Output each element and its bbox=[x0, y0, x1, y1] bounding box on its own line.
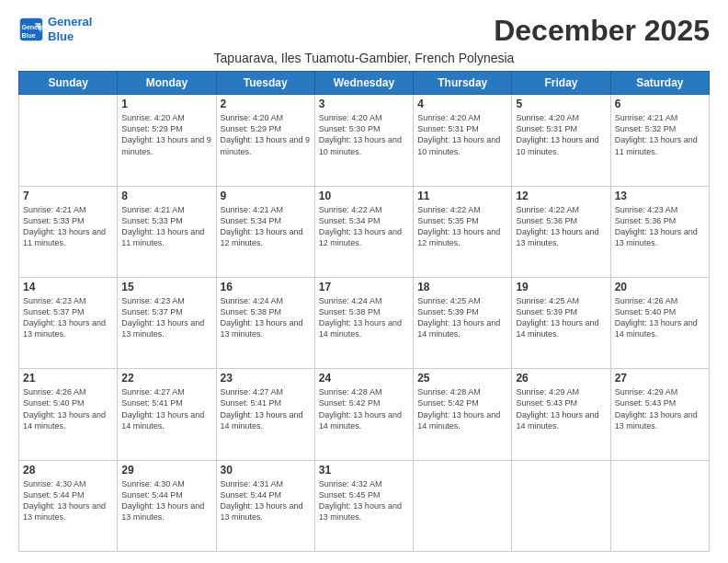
day-number: 16 bbox=[221, 281, 311, 293]
calendar-cell bbox=[414, 460, 512, 551]
day-number: 11 bbox=[417, 190, 507, 202]
calendar-table: SundayMondayTuesdayWednesdayThursdayFrid… bbox=[18, 71, 710, 552]
cell-info: Sunrise: 4:21 AMSunset: 5:33 PMDaylight:… bbox=[121, 204, 211, 249]
day-number: 7 bbox=[23, 190, 113, 202]
cell-info: Sunrise: 4:27 AMSunset: 5:41 PMDaylight:… bbox=[221, 386, 311, 431]
day-number: 3 bbox=[319, 98, 409, 110]
main-title: December 2025 bbox=[494, 15, 710, 47]
cell-info: Sunrise: 4:30 AMSunset: 5:44 PMDaylight:… bbox=[121, 478, 211, 523]
cell-info: Sunrise: 4:30 AMSunset: 5:44 PMDaylight:… bbox=[23, 478, 113, 523]
calendar-cell: 27Sunrise: 4:29 AMSunset: 5:43 PMDayligh… bbox=[610, 369, 709, 460]
calendar-cell: 18Sunrise: 4:25 AMSunset: 5:39 PMDayligh… bbox=[414, 277, 512, 368]
day-number: 15 bbox=[121, 281, 211, 293]
day-number: 23 bbox=[221, 372, 311, 385]
day-number: 1 bbox=[121, 98, 211, 110]
logo: General Blue General Blue bbox=[18, 15, 92, 43]
calendar-cell: 1Sunrise: 4:20 AMSunset: 5:29 PMDaylight… bbox=[118, 95, 216, 186]
day-number: 4 bbox=[417, 98, 507, 110]
cell-info: Sunrise: 4:31 AMSunset: 5:44 PMDaylight:… bbox=[221, 478, 311, 523]
day-number: 19 bbox=[516, 281, 606, 293]
calendar-cell: 16Sunrise: 4:24 AMSunset: 5:38 PMDayligh… bbox=[216, 277, 314, 368]
calendar-cell: 7Sunrise: 4:21 AMSunset: 5:33 PMDaylight… bbox=[19, 186, 118, 277]
cell-info: Sunrise: 4:28 AMSunset: 5:42 PMDaylight:… bbox=[319, 386, 409, 431]
cell-info: Sunrise: 4:32 AMSunset: 5:45 PMDaylight:… bbox=[319, 478, 409, 523]
cell-info: Sunrise: 4:27 AMSunset: 5:41 PMDaylight:… bbox=[121, 386, 211, 431]
day-header-friday: Friday bbox=[512, 72, 610, 95]
day-number: 13 bbox=[615, 190, 705, 202]
day-number: 22 bbox=[121, 372, 211, 385]
cell-info: Sunrise: 4:25 AMSunset: 5:39 PMDaylight:… bbox=[417, 295, 507, 340]
calendar-cell: 17Sunrise: 4:24 AMSunset: 5:38 PMDayligh… bbox=[314, 277, 413, 368]
calendar-cell: 2Sunrise: 4:20 AMSunset: 5:29 PMDaylight… bbox=[216, 95, 314, 186]
day-number: 6 bbox=[615, 98, 705, 110]
calendar-cell: 25Sunrise: 4:28 AMSunset: 5:42 PMDayligh… bbox=[414, 369, 512, 460]
cell-info: Sunrise: 4:22 AMSunset: 5:36 PMDaylight:… bbox=[516, 204, 606, 249]
calendar-cell: 12Sunrise: 4:22 AMSunset: 5:36 PMDayligh… bbox=[512, 186, 610, 277]
calendar-cell bbox=[610, 460, 709, 551]
day-number: 25 bbox=[417, 372, 507, 385]
calendar-cell: 29Sunrise: 4:30 AMSunset: 5:44 PMDayligh… bbox=[118, 460, 216, 551]
cell-info: Sunrise: 4:29 AMSunset: 5:43 PMDaylight:… bbox=[516, 386, 606, 431]
calendar-cell: 20Sunrise: 4:26 AMSunset: 5:40 PMDayligh… bbox=[610, 277, 709, 368]
day-number: 14 bbox=[23, 281, 113, 293]
cell-info: Sunrise: 4:23 AMSunset: 5:37 PMDaylight:… bbox=[23, 295, 113, 340]
day-number: 17 bbox=[319, 281, 409, 293]
cell-info: Sunrise: 4:20 AMSunset: 5:31 PMDaylight:… bbox=[417, 112, 507, 157]
calendar-cell: 31Sunrise: 4:32 AMSunset: 5:45 PMDayligh… bbox=[314, 460, 413, 551]
cell-info: Sunrise: 4:20 AMSunset: 5:29 PMDaylight:… bbox=[221, 112, 311, 157]
cell-info: Sunrise: 4:26 AMSunset: 5:40 PMDaylight:… bbox=[615, 295, 705, 340]
calendar-week-row: 1Sunrise: 4:20 AMSunset: 5:29 PMDaylight… bbox=[19, 95, 710, 186]
cell-info: Sunrise: 4:25 AMSunset: 5:39 PMDaylight:… bbox=[516, 295, 606, 340]
day-number: 18 bbox=[417, 281, 507, 293]
calendar-cell: 9Sunrise: 4:21 AMSunset: 5:34 PMDaylight… bbox=[216, 186, 314, 277]
cell-info: Sunrise: 4:20 AMSunset: 5:29 PMDaylight:… bbox=[121, 112, 211, 157]
cell-info: Sunrise: 4:21 AMSunset: 5:34 PMDaylight:… bbox=[221, 204, 311, 249]
calendar-cell: 22Sunrise: 4:27 AMSunset: 5:41 PMDayligh… bbox=[118, 369, 216, 460]
day-header-saturday: Saturday bbox=[610, 72, 709, 95]
calendar-cell: 26Sunrise: 4:29 AMSunset: 5:43 PMDayligh… bbox=[512, 369, 610, 460]
day-number: 5 bbox=[516, 98, 606, 110]
calendar-cell bbox=[512, 460, 610, 551]
day-header-wednesday: Wednesday bbox=[314, 72, 413, 95]
calendar-cell: 6Sunrise: 4:21 AMSunset: 5:32 PMDaylight… bbox=[610, 95, 709, 186]
day-number: 20 bbox=[615, 281, 705, 293]
day-number: 8 bbox=[121, 190, 211, 202]
day-number: 2 bbox=[221, 98, 311, 110]
cell-info: Sunrise: 4:22 AMSunset: 5:34 PMDaylight:… bbox=[319, 204, 409, 249]
day-number: 24 bbox=[319, 372, 409, 385]
calendar-cell: 24Sunrise: 4:28 AMSunset: 5:42 PMDayligh… bbox=[314, 369, 413, 460]
calendar-cell: 11Sunrise: 4:22 AMSunset: 5:35 PMDayligh… bbox=[414, 186, 512, 277]
calendar-cell: 30Sunrise: 4:31 AMSunset: 5:44 PMDayligh… bbox=[216, 460, 314, 551]
svg-text:Blue: Blue bbox=[22, 31, 36, 38]
calendar-cell: 19Sunrise: 4:25 AMSunset: 5:39 PMDayligh… bbox=[512, 277, 610, 368]
subtitle: Tapuarava, Iles Tuamotu-Gambier, French … bbox=[18, 51, 710, 65]
calendar-week-row: 7Sunrise: 4:21 AMSunset: 5:33 PMDaylight… bbox=[19, 186, 710, 277]
calendar-cell bbox=[19, 95, 118, 186]
calendar-cell: 8Sunrise: 4:21 AMSunset: 5:33 PMDaylight… bbox=[118, 186, 216, 277]
day-number: 29 bbox=[121, 464, 211, 477]
day-number: 31 bbox=[319, 464, 409, 477]
day-number: 10 bbox=[319, 190, 409, 202]
logo-icon: General Blue bbox=[18, 17, 44, 42]
cell-info: Sunrise: 4:24 AMSunset: 5:38 PMDaylight:… bbox=[221, 295, 311, 340]
cell-info: Sunrise: 4:23 AMSunset: 5:37 PMDaylight:… bbox=[121, 295, 211, 340]
cell-info: Sunrise: 4:24 AMSunset: 5:38 PMDaylight:… bbox=[319, 295, 409, 340]
day-number: 21 bbox=[23, 372, 113, 385]
calendar-cell: 14Sunrise: 4:23 AMSunset: 5:37 PMDayligh… bbox=[19, 277, 118, 368]
cell-info: Sunrise: 4:28 AMSunset: 5:42 PMDaylight:… bbox=[417, 386, 507, 431]
cell-info: Sunrise: 4:26 AMSunset: 5:40 PMDaylight:… bbox=[23, 386, 113, 431]
cell-info: Sunrise: 4:20 AMSunset: 5:30 PMDaylight:… bbox=[319, 112, 409, 157]
day-header-tuesday: Tuesday bbox=[216, 72, 314, 95]
day-number: 26 bbox=[516, 372, 606, 385]
day-number: 30 bbox=[221, 464, 311, 477]
calendar-week-row: 21Sunrise: 4:26 AMSunset: 5:40 PMDayligh… bbox=[19, 369, 710, 460]
calendar-week-row: 28Sunrise: 4:30 AMSunset: 5:44 PMDayligh… bbox=[19, 460, 710, 551]
header: General Blue General Blue December 2025 bbox=[18, 15, 710, 47]
calendar-cell: 3Sunrise: 4:20 AMSunset: 5:30 PMDaylight… bbox=[314, 95, 413, 186]
cell-info: Sunrise: 4:29 AMSunset: 5:43 PMDaylight:… bbox=[615, 386, 705, 431]
svg-text:General: General bbox=[22, 24, 45, 30]
day-number: 12 bbox=[516, 190, 606, 202]
calendar-cell: 28Sunrise: 4:30 AMSunset: 5:44 PMDayligh… bbox=[19, 460, 118, 551]
day-number: 27 bbox=[615, 372, 705, 385]
page: General Blue General Blue December 2025 … bbox=[0, 0, 728, 563]
